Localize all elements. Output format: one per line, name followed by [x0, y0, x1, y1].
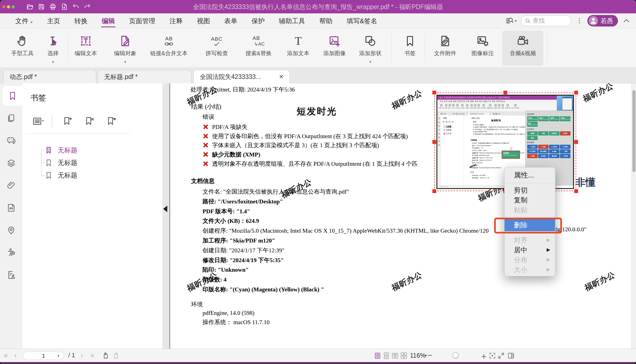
zoom-level[interactable]: 116%: [410, 352, 426, 359]
more-options-icon[interactable]: [576, 17, 583, 24]
previous-view-icon[interactable]: [102, 352, 109, 359]
zoom-slider-thumb[interactable]: [453, 352, 459, 358]
resize-handle[interactable]: [574, 140, 578, 144]
delete-bookmark-icon[interactable]: [84, 116, 95, 127]
context-menu-item[interactable]: 复制 ▶: [505, 195, 555, 205]
menu-item[interactable]: 辅助工具: [272, 13, 312, 28]
zoom-window-button[interactable]: [11, 5, 15, 8]
bookmark-button[interactable]: 书签: [398, 31, 421, 66]
context-menu-item[interactable]: 居中 ▶: [505, 245, 555, 255]
context-menu-item[interactable]: 属性... ▶: [505, 169, 555, 181]
next-page-button[interactable]: ›: [81, 351, 83, 360]
chevron-down-icon[interactable]: ▼: [424, 354, 427, 357]
edit-object-button[interactable]: 编辑对象 ▼: [109, 31, 141, 66]
pdf-page[interactable]: 处理者: foxitnet, 日期: 2024/4/19 下午5:36 结果 (…: [170, 83, 631, 349]
context-menu-item[interactable]: 分布 ▶: [505, 255, 555, 265]
redo-icon[interactable]: [84, 3, 91, 10]
panel-splitter[interactable]: [162, 83, 170, 349]
menu-item[interactable]: 文件∨: [8, 13, 40, 28]
close-tab-icon[interactable]: ×: [274, 73, 283, 81]
add-image-button[interactable]: 添加图像: [318, 31, 351, 66]
scrollbar-thumb[interactable]: [632, 90, 635, 172]
collapse-panel-icon[interactable]: [163, 206, 167, 212]
document-tab[interactable]: 无标题.pdf *: [98, 70, 191, 83]
context-menu-item[interactable]: 剪切 ▶: [505, 185, 555, 195]
single-page-view-icon[interactable]: [374, 352, 381, 359]
resize-handle[interactable]: [432, 189, 436, 193]
right-panel-icon[interactable]: [507, 352, 515, 359]
close-window-button[interactable]: [2, 5, 5, 8]
menu-item[interactable]: 表单: [217, 13, 244, 28]
add-text-button[interactable]: T 添加文本: [282, 31, 314, 66]
menu-item[interactable]: 页面管理: [122, 13, 162, 28]
page-number-input[interactable]: 1 ▼: [23, 351, 64, 360]
context-menu-item[interactable]: 对齐 ▶: [505, 235, 555, 245]
search-input[interactable]: [533, 17, 565, 24]
context-menu-item[interactable]: ▶: [505, 183, 555, 183]
menu-item[interactable]: 转换: [67, 13, 95, 28]
menu-item[interactable]: 保护: [244, 13, 272, 28]
link-merge-text-button[interactable]: AB 链接&合并文本: [144, 31, 194, 66]
minimize-window-button[interactable]: [7, 5, 10, 8]
last-page-button[interactable]: »: [90, 351, 94, 360]
hand-tool-button[interactable]: 手型工具: [8, 31, 37, 66]
fit-page-icon[interactable]: [489, 352, 496, 359]
bookmark-item[interactable]: 无标题: [22, 169, 162, 182]
print-icon[interactable]: [49, 3, 57, 10]
collapse-ribbon-icon[interactable]: [622, 17, 631, 25]
context-menu-item[interactable]: 粘贴 ▶: [505, 205, 555, 215]
save-icon[interactable]: [38, 3, 45, 10]
first-page-button[interactable]: «: [4, 351, 8, 360]
bookmark-item[interactable]: 无标题: [22, 156, 162, 169]
bookmark-more-icon[interactable]: [105, 116, 116, 127]
search-replace-button[interactable]: AB↳AC 搜索&替换: [238, 31, 279, 66]
context-menu-item[interactable]: 大小 ▶: [505, 265, 555, 274]
sidebar-nav-item[interactable]: [0, 198, 22, 218]
user-account-button[interactable]: 若愚: [587, 15, 618, 26]
prev-page-button[interactable]: ‹: [14, 351, 17, 360]
document-tab[interactable]: 动态.pdf *: [3, 70, 96, 83]
menu-item[interactable]: 注释: [162, 13, 190, 28]
menu-item[interactable]: 填写&签名: [339, 13, 384, 28]
audio-video-button[interactable]: 音频&视频: [502, 31, 543, 66]
vertical-scrollbar[interactable]: [631, 83, 636, 349]
resize-handle[interactable]: [432, 140, 436, 144]
sidebar-nav-item[interactable]: [0, 176, 22, 195]
add-bookmark-icon[interactable]: [62, 116, 73, 127]
resize-handle[interactable]: [432, 91, 436, 94]
menu-item[interactable]: 编辑: [95, 13, 122, 28]
menu-item[interactable]: 主页: [40, 13, 67, 28]
two-page-view-icon[interactable]: [391, 352, 399, 359]
resize-handle[interactable]: [574, 91, 578, 94]
context-menu-item[interactable]: ▶: [505, 217, 555, 217]
add-shape-button[interactable]: 添加形状 ▼: [354, 31, 387, 66]
advanced-search-button[interactable]: ▾: [505, 16, 517, 25]
undo-icon[interactable]: [72, 3, 80, 10]
sidebar-nav-item[interactable]: [0, 108, 22, 128]
sidebar-nav-item[interactable]: [0, 153, 22, 173]
menu-item[interactable]: 视图: [190, 13, 217, 28]
search-box[interactable]: [521, 15, 571, 26]
image-annotation-button[interactable]: 图像标注: [466, 31, 499, 66]
sidebar-nav-item[interactable]: [0, 265, 22, 285]
sidebar-nav-item[interactable]: [0, 243, 22, 262]
continuous-view-icon[interactable]: [383, 352, 390, 359]
file-attachment-button[interactable]: 文件附件: [429, 31, 461, 66]
bookmark-item[interactable]: 无标题: [22, 144, 162, 156]
two-page-continuous-view-icon[interactable]: [400, 352, 408, 359]
select-tool-button[interactable]: 选择 ▼: [40, 31, 66, 66]
zoom-out-button[interactable]: −: [427, 350, 433, 360]
menu-item[interactable]: 帮助: [312, 13, 339, 28]
folder-open-icon[interactable]: [26, 3, 34, 10]
spellcheck-button[interactable]: ABC 拼写检查: [200, 31, 234, 66]
next-view-icon[interactable]: [113, 352, 120, 359]
bookmark-options-icon[interactable]: [32, 116, 43, 127]
resize-handle[interactable]: [503, 91, 507, 94]
edit-text-button[interactable]: 编辑文本: [71, 31, 101, 66]
new-doc-icon[interactable]: [61, 3, 68, 10]
resize-handle[interactable]: [574, 189, 578, 193]
zoom-in-button[interactable]: ＋: [479, 350, 488, 362]
fullscreen-icon[interactable]: [497, 352, 505, 359]
sidebar-nav-item[interactable]: [0, 220, 22, 240]
sidebar-nav-item[interactable]: [0, 131, 22, 150]
